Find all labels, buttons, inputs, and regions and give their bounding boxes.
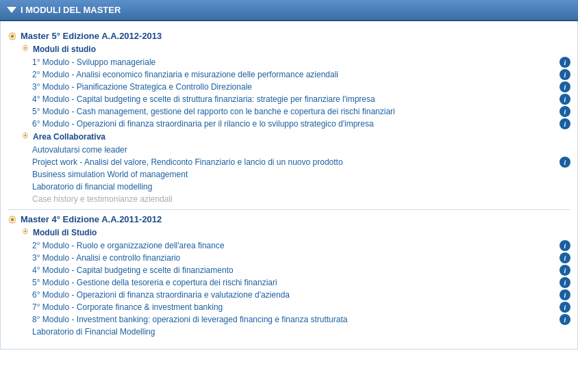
subsection-title-0-0: Moduli di studio <box>21 44 570 54</box>
info-icon[interactable]: i <box>560 277 570 288</box>
master-title-text-0: Master 5° Edizione A.A.2012-2013 <box>21 31 162 41</box>
section-divider <box>8 209 570 210</box>
subsection-title-text-0-0: Moduli di studio <box>33 44 96 54</box>
list-item: Case history e testimonianze aziendali <box>32 193 570 205</box>
list-item: 7° Modulo - Corporate finance & investme… <box>32 301 570 313</box>
info-icon[interactable]: i <box>560 240 570 251</box>
item-text: Case history e testimonianze aziendali <box>32 194 173 204</box>
master-section-1: Master 4° Edizione A.A.2011-2012 Moduli … <box>8 214 570 338</box>
list-item: 6° Modulo - Operazioni di finanza straor… <box>32 289 570 301</box>
item-text[interactable]: Laboratorio di financial modelling <box>32 182 152 192</box>
info-icon[interactable]: i <box>560 265 570 276</box>
small-gear-icon <box>21 44 29 54</box>
info-icon[interactable]: i <box>560 69 570 80</box>
item-text[interactable]: 3° Modulo - Analisi e controllo finanzia… <box>32 253 180 263</box>
content-area: Master 5° Edizione A.A.2012-2013 Moduli … <box>0 21 578 350</box>
gear-icon <box>8 31 17 41</box>
header-title: I MODULI DEL MASTER <box>21 5 121 15</box>
master-section-0: Master 5° Edizione A.A.2012-2013 Moduli … <box>8 31 570 205</box>
item-text[interactable]: 3° Modulo - Pianificazione Strategica e … <box>32 82 252 92</box>
info-icon[interactable]: i <box>560 57 570 68</box>
item-text[interactable]: 4° Modulo - Capital budgeting e scelte d… <box>32 94 375 104</box>
item-text[interactable]: 6° Modulo - Operazioni di finanza straor… <box>32 119 374 129</box>
list-item: 4° Modulo - Capital budgeting e scelte d… <box>32 93 570 105</box>
no-icon-placeholder <box>560 181 570 192</box>
no-icon-placeholder <box>560 326 570 337</box>
info-icon[interactable]: i <box>560 302 570 313</box>
subsection-title-0-1: Area Collaborativa <box>21 131 570 142</box>
item-text[interactable]: 5° Modulo - Gestione della tesoreria e c… <box>32 278 277 287</box>
no-icon-placeholder <box>560 144 570 155</box>
subsection-title-text-0-1: Area Collaborativa <box>33 132 105 142</box>
no-icon-placeholder <box>560 169 570 180</box>
svg-point-2 <box>25 47 27 49</box>
info-icon[interactable]: i <box>560 157 570 168</box>
svg-point-6 <box>25 231 27 233</box>
list-item: 2° Modulo - Analisi economico finanziari… <box>32 68 570 81</box>
subsection-title-text-1-0: Moduli di Studio <box>33 228 97 237</box>
info-icon[interactable]: i <box>560 314 570 325</box>
subsection-title-1-0: Moduli di Studio <box>21 227 570 237</box>
list-item: 8° Modulo - Investment banking: operazio… <box>32 313 570 326</box>
small-gear-icon <box>21 131 29 142</box>
info-icon[interactable]: i <box>560 94 570 105</box>
list-item: 1° Modulo - Sviluppo managerialei <box>32 56 570 68</box>
item-text[interactable]: 2° Modulo - Ruolo e organizzazione dell'… <box>32 241 225 250</box>
svg-point-3 <box>25 135 27 137</box>
info-icon[interactable]: i <box>560 252 570 263</box>
list-item: Autovalutarsi come leader <box>32 144 570 156</box>
header-bar: I MODULI DEL MASTER <box>0 0 578 21</box>
master-title-0: Master 5° Edizione A.A.2012-2013 <box>8 31 570 41</box>
item-text[interactable]: 4° Modulo - Capital budgeting e scelte d… <box>32 265 234 275</box>
item-text[interactable]: Laboratorio di Financial Modelling <box>32 327 155 337</box>
list-item: 5° Modulo - Gestione della tesoreria e c… <box>32 276 570 289</box>
item-text[interactable]: 1° Modulo - Sviluppo manageriale <box>32 57 155 67</box>
list-item: Laboratorio di Financial Modelling <box>32 326 570 338</box>
info-icon[interactable]: i <box>560 81 570 92</box>
master-title-text-1: Master 4° Edizione A.A.2011-2012 <box>21 214 162 224</box>
item-text[interactable]: Project work - Analisi del valore, Rendi… <box>32 157 343 167</box>
item-text[interactable]: Business simulation World of management <box>32 170 188 179</box>
info-icon[interactable]: i <box>560 106 570 117</box>
gear-icon <box>8 215 17 224</box>
master-title-1: Master 4° Edizione A.A.2011-2012 <box>8 214 570 224</box>
item-text[interactable]: 7° Modulo - Corporate finance & investme… <box>32 302 223 312</box>
list-item: 3° Modulo - Pianificazione Strategica e … <box>32 81 570 93</box>
info-icon[interactable]: i <box>560 289 570 300</box>
page-container: I MODULI DEL MASTER Master 5° Edizione A… <box>0 0 578 350</box>
list-item: 5° Modulo - Cash management, gestione de… <box>32 105 570 118</box>
list-item: 2° Modulo - Ruolo e organizzazione dell'… <box>32 239 570 252</box>
list-item: 3° Modulo - Analisi e controllo finanzia… <box>32 252 570 264</box>
list-item: 6° Modulo - Operazioni di finanza straor… <box>32 118 570 130</box>
list-item: Laboratorio di financial modelling <box>32 181 570 193</box>
item-text[interactable]: Autovalutarsi come leader <box>32 145 127 155</box>
item-text[interactable]: 5° Modulo - Cash management, gestione de… <box>32 107 395 116</box>
small-gear-icon <box>21 227 29 237</box>
no-icon-placeholder <box>560 194 570 205</box>
item-text[interactable]: 8° Modulo - Investment banking: operazio… <box>32 315 347 324</box>
list-item: Project work - Analisi del valore, Rendi… <box>32 156 570 168</box>
list-item: 4° Modulo - Capital budgeting e scelte d… <box>32 264 570 276</box>
item-text[interactable]: 2° Modulo - Analisi economico finanziari… <box>32 70 338 79</box>
list-item: Business simulation World of management <box>32 168 570 181</box>
triangle-icon <box>7 7 16 13</box>
info-icon[interactable]: i <box>560 118 570 129</box>
item-text[interactable]: 6° Modulo - Operazioni di finanza straor… <box>32 290 290 300</box>
